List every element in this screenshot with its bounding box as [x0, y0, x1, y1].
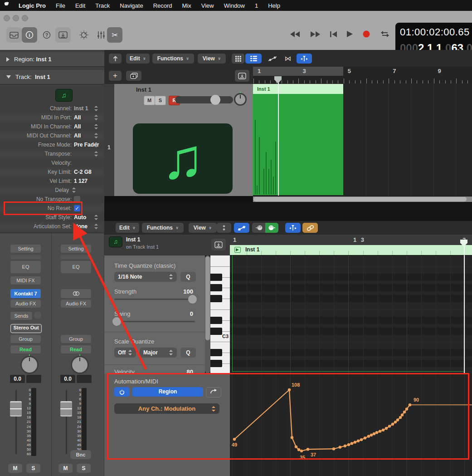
group-slot[interactable]: Group	[10, 335, 41, 343]
apple-icon[interactable]	[0, 1, 14, 10]
param-value[interactable]: C-2 G8	[74, 169, 92, 175]
strip-solo-button[interactable]: S	[26, 464, 40, 473]
swing-slider[interactable]	[114, 321, 195, 322]
stepper-icon[interactable]	[94, 124, 98, 129]
track-header[interactable]: Inst 1 M S R ♫	[114, 84, 253, 196]
forward-button[interactable]	[310, 31, 320, 39]
eq-slot[interactable]: EQ	[10, 261, 41, 273]
stepper-icon[interactable]	[94, 215, 98, 220]
track-zoom-preset-button[interactable]	[235, 70, 249, 82]
black-key[interactable]	[210, 295, 222, 302]
go-to-beginning-button[interactable]	[330, 31, 337, 39]
crossfade-icon[interactable]: ⋈	[281, 54, 295, 64]
mute-button[interactable]: M	[144, 96, 155, 105]
stepper-icon[interactable]	[94, 115, 98, 120]
strength-slider[interactable]	[114, 299, 195, 300]
track-icon-tile[interactable]: ♫	[133, 123, 233, 194]
pr-functions-menu[interactable]: Functions∨	[142, 223, 184, 233]
param-value[interactable]: None	[74, 223, 88, 230]
bar-ruler[interactable]: 13579	[253, 67, 472, 84]
stepper-icon[interactable]	[94, 133, 98, 138]
midi-region[interactable]: Inst 1	[253, 84, 343, 195]
tracks-functions-menu[interactable]: Functions∨	[152, 54, 194, 64]
automation-mode-button[interactable]: Read	[10, 345, 41, 353]
traffic-light-zoom[interactable]	[22, 15, 28, 21]
track-pan-knob[interactable]	[234, 93, 247, 106]
swing-slider-thumb[interactable]	[112, 317, 121, 326]
midi-draw-icon[interactable]	[234, 223, 249, 233]
stepper-icon[interactable]	[94, 142, 98, 147]
pr-vscrollbar-thumb[interactable]	[205, 256, 210, 340]
volume-slider-thumb[interactable]	[210, 95, 220, 105]
smart-controls-icon[interactable]	[76, 27, 92, 43]
fader-thumb[interactable]	[60, 401, 72, 417]
black-key[interactable]	[210, 284, 222, 291]
midi-fx-slot[interactable]: MIDI FX	[10, 276, 41, 285]
midi-in-icon[interactable]	[252, 223, 265, 233]
piano-keyboard[interactable]: C3	[210, 255, 230, 373]
sends-slot[interactable]: Sends	[10, 312, 32, 320]
black-key[interactable]	[210, 274, 222, 281]
param-value[interactable]: Auto	[74, 214, 86, 221]
inspector-toggle-icon[interactable]: i	[22, 27, 37, 43]
pr-region-band[interactable]: Inst 1	[230, 245, 472, 255]
tracks-view-menu[interactable]: View∨	[198, 54, 226, 64]
region-body[interactable]	[253, 94, 343, 195]
pr-view-menu[interactable]: View∨	[189, 223, 217, 233]
pan-knob[interactable]	[71, 356, 89, 374]
pr-playhead[interactable]	[464, 245, 465, 373]
strength-slider-thumb[interactable]	[188, 295, 197, 304]
menu-track[interactable]: Track	[90, 2, 115, 9]
strip-solo-button[interactable]: S	[77, 464, 91, 473]
menu-view[interactable]: View	[196, 2, 219, 9]
pr-edit-menu[interactable]: Edit∨	[116, 223, 139, 233]
eq-slot[interactable]: EQ	[61, 261, 91, 273]
pr-ruler[interactable]: 1 1 3 2	[230, 235, 472, 245]
black-key[interactable]	[210, 328, 222, 335]
scissors-icon[interactable]: ✂	[107, 27, 122, 43]
rewind-button[interactable]	[290, 31, 300, 39]
arrange-hscrollbar-thumb[interactable]	[253, 197, 467, 201]
region-play-icon[interactable]	[234, 247, 241, 253]
black-key[interactable]	[210, 349, 222, 356]
stereo-format-button[interactable]	[61, 289, 91, 298]
stepper-icon[interactable]	[94, 106, 98, 111]
duplicate-track-button[interactable]	[126, 71, 141, 81]
grid-view-icon[interactable]	[232, 54, 244, 64]
automation-mode-button[interactable]: Read	[61, 345, 91, 353]
menu-help[interactable]: Help	[263, 2, 285, 9]
track-volume-slider[interactable]	[175, 96, 233, 103]
quantize-apply-button[interactable]: Q	[180, 272, 196, 282]
cycle-button[interactable]	[380, 30, 390, 39]
list-view-icon[interactable]	[245, 54, 262, 64]
automation-curves-icon[interactable]	[266, 54, 279, 64]
param-value[interactable]: 1 127	[74, 178, 88, 184]
bounce-button[interactable]: Bnc	[70, 450, 91, 459]
traffic-light-minimize[interactable]	[13, 15, 19, 21]
menu-window[interactable]: Window	[219, 2, 250, 9]
menu-mix[interactable]: Mix	[177, 2, 196, 9]
stepper-icon[interactable]	[94, 224, 98, 229]
region-inspector-header[interactable]: Region: Inst 1	[0, 52, 104, 67]
black-key[interactable]	[210, 360, 222, 367]
pan-knob[interactable]	[20, 356, 39, 374]
audio-fx-slot[interactable]: Audio FX	[61, 299, 91, 308]
record-button[interactable]	[363, 30, 370, 39]
strip-mute-button[interactable]: M	[8, 464, 22, 473]
tracks-edit-menu[interactable]: Edit∨	[126, 54, 150, 64]
menu-file[interactable]: File	[51, 2, 70, 9]
track-inspector-header[interactable]: Track: Inst 1	[0, 70, 104, 84]
black-key[interactable]	[210, 317, 222, 324]
param-value[interactable]: All	[74, 123, 81, 130]
scale-root-dropdown[interactable]: Off	[114, 348, 136, 358]
param-value[interactable]: All	[74, 132, 81, 139]
fader-thumb[interactable]	[10, 401, 22, 417]
collapse-mode-icon[interactable]	[217, 223, 231, 233]
playhead[interactable]	[278, 76, 279, 196]
mixer-icon[interactable]	[93, 27, 109, 43]
send-knob[interactable]	[34, 312, 41, 319]
play-button[interactable]	[347, 31, 353, 39]
param-value[interactable]: Inst 1	[74, 105, 88, 112]
midi-out-icon[interactable]	[265, 223, 278, 233]
pr-zoom-preset-button[interactable]	[211, 239, 226, 250]
